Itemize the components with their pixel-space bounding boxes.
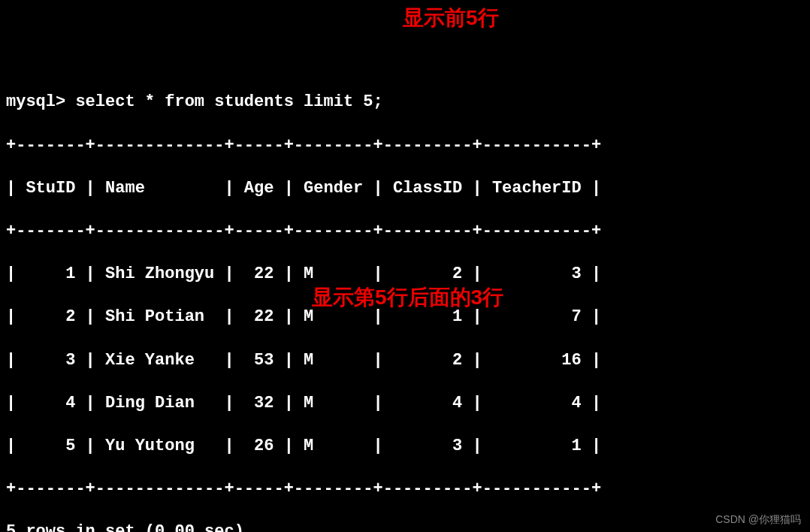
query1-prompt-line: mysql> select * from students limit 5; [6,92,804,113]
table1-border-top: +-------+-------------+-----+--------+--… [6,135,804,157]
table1-row: | 3 | Xie Yanke | 53 | M | 2 | 16 | [6,350,804,372]
result-msg-1: 5 rows in set (0.00 sec) [6,521,804,532]
mysql-prompt: mysql> [6,92,75,111]
annotation-2: 显示第5行后面的3行 [312,284,503,311]
annotation-1: 显示前5行 [403,5,499,32]
table1-row: | 1 | Shi Zhongyu | 22 | M | 2 | 3 | [6,264,804,286]
table1-border-mid: +-------+-------------+-----+--------+--… [6,221,804,243]
table1-border-bot: +-------+-------------+-----+--------+--… [6,479,804,500]
table1-row: | 4 | Ding Dian | 32 | M | 4 | 4 | [6,393,804,415]
table1-row: | 5 | Yu Yutong | 26 | M | 3 | 1 | [6,436,804,458]
table1-header: | StuID | Name | Age | Gender | ClassID … [6,178,804,200]
watermark: CSDN @你狸猫吗 [715,512,801,526]
sql-query-1: select * from students limit 5; [75,92,382,111]
